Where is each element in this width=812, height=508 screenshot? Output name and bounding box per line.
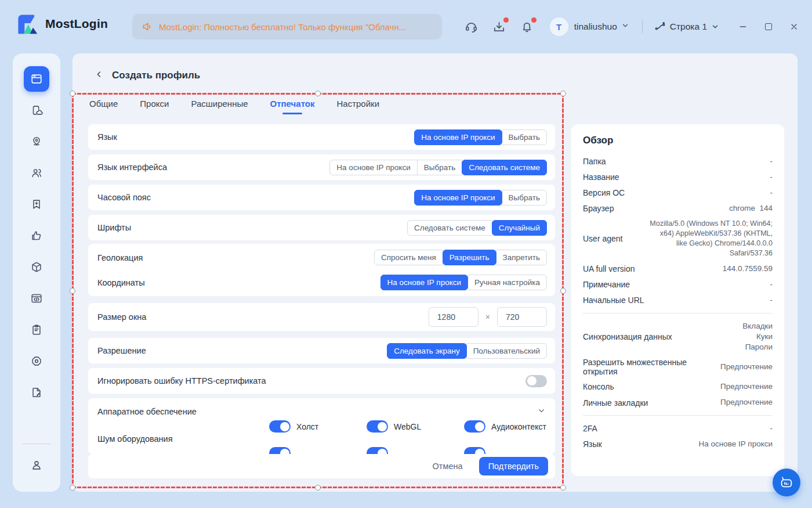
confirm-button[interactable]: Подтвердить	[479, 457, 548, 475]
flow-icon	[654, 21, 666, 33]
sidebar-item-team[interactable]	[24, 160, 49, 186]
sidebar-bottom	[13, 444, 60, 492]
toggle-label: Аудиоконтекст	[491, 422, 546, 431]
https-error-toggle[interactable]	[525, 375, 547, 387]
tab-settings[interactable]: Настройки	[335, 95, 380, 114]
overview-row-note: Примечание-	[583, 277, 773, 293]
form-row-fonts: Шрифты Следовать системе Случайный	[88, 215, 555, 240]
chevron-down-icon[interactable]	[537, 406, 546, 417]
sidebar-item-recommend[interactable]	[24, 223, 49, 248]
sidebar-item-browser-profiles[interactable]	[24, 66, 49, 92]
audio-toggle-item: Аудиоконтекст	[464, 420, 546, 433]
option-ip-based[interactable]: На основе IP прокси	[329, 160, 417, 175]
tab-advanced[interactable]: Расширенные	[190, 95, 249, 114]
sidebar-item-logs[interactable]	[24, 317, 49, 343]
sidebar-item-extensions[interactable]	[24, 254, 49, 280]
noise-label: Шум оборудования	[97, 434, 173, 444]
maximize-button[interactable]	[763, 21, 774, 32]
divider	[583, 415, 773, 416]
bell-icon[interactable]	[520, 19, 535, 34]
row-label: Геолокация	[97, 253, 143, 262]
chevron-down-icon[interactable]	[621, 21, 629, 32]
username: tinaliushuo	[574, 21, 617, 32]
option-choose[interactable]: Выбрать	[502, 190, 547, 206]
canvas-toggle[interactable]	[269, 420, 291, 433]
overview-title: Обзор	[583, 135, 773, 146]
sidebar	[13, 53, 60, 492]
overview-row-user-agent: User agentMozilla/5.0 (Windows NT 10.0; …	[583, 217, 773, 261]
row-label: Разрешение	[97, 346, 146, 355]
sidebar-item-api[interactable]	[24, 286, 49, 311]
option-deny[interactable]: Запретить	[496, 250, 547, 265]
document-edit-icon	[30, 386, 43, 399]
fonts-segmented: Следовать системе Случайный	[407, 220, 547, 236]
option-ip-based[interactable]: На основе IP прокси	[380, 275, 468, 290]
back-icon[interactable]	[95, 69, 104, 82]
window-width-input[interactable]	[429, 307, 478, 327]
announcement-banner[interactable]: MostLogin: Полностью бесплатно! Только ф…	[132, 14, 442, 39]
overview-row-start-urls: Начальные URL-	[583, 293, 773, 308]
tab-general[interactable]: Общие	[88, 95, 119, 114]
location-pin-icon	[30, 135, 43, 148]
sidebar-item-settings[interactable]	[24, 348, 49, 374]
clipped-toggle[interactable]	[269, 447, 291, 454]
download-icon[interactable]	[492, 19, 507, 34]
option-ip-based[interactable]: На основе IP прокси	[414, 190, 502, 206]
timezone-segmented: На основе IP прокси Выбрать	[414, 190, 547, 206]
option-random[interactable]: Случайный	[492, 220, 547, 236]
option-manual[interactable]: Ручная настройка	[467, 275, 547, 290]
phone-cloud-icon	[30, 104, 43, 117]
divider	[583, 313, 773, 314]
thumbs-up-icon	[30, 229, 43, 242]
mostlogin-logo-icon	[14, 12, 39, 36]
sidebar-item-bookmarks[interactable]	[24, 192, 49, 217]
close-button[interactable]	[789, 21, 799, 32]
clipped-toggle[interactable]	[464, 447, 485, 454]
window-height-input[interactable]	[497, 307, 547, 327]
audio-context-toggle[interactable]	[464, 420, 485, 433]
overview-row-bookmarks: Личные закладкиПредпочтение	[583, 395, 773, 410]
speaker-icon	[142, 21, 153, 33]
option-choose[interactable]: Выбрать	[502, 129, 547, 145]
assistant-fab[interactable]	[773, 469, 800, 496]
option-ask-me[interactable]: Спросить меня	[374, 250, 443, 265]
option-follow-system[interactable]: Следовать системе	[407, 220, 492, 236]
avatar-initial: T	[556, 22, 561, 32]
option-allow[interactable]: Разрешить	[443, 250, 496, 265]
overview-row-sync: Синхронизация данныхВкладки Куки Пароли	[583, 318, 773, 355]
page-title: Создать профиль	[112, 70, 200, 81]
window-controls	[738, 21, 799, 32]
option-custom[interactable]: Пользовательский	[466, 343, 547, 359]
form-footer: Отмена Подтвердить	[88, 454, 555, 478]
sidebar-item-phone-cloud[interactable]	[24, 98, 49, 123]
support-headset-icon[interactable]	[464, 19, 479, 34]
app-logo: MostLogin	[14, 12, 108, 36]
row-switcher[interactable]: Строка 1	[654, 21, 719, 33]
form-row-resolution: Разрешение Следовать экрану Пользователь…	[88, 338, 555, 363]
sidebar-item-drafts[interactable]	[24, 380, 49, 405]
user-avatar[interactable]: T	[550, 17, 568, 36]
tab-fingerprint[interactable]: Отпечаток	[269, 95, 316, 114]
row-label: Координаты	[97, 278, 145, 287]
option-ip-based[interactable]: На основе IP прокси	[414, 129, 502, 145]
clipboard-icon	[30, 323, 43, 336]
clipped-toggle[interactable]	[367, 447, 388, 454]
option-choose[interactable]: Выбрать	[417, 160, 462, 175]
form-row-timezone: Часовой пояс На основе IP прокси Выбрать	[88, 185, 555, 210]
chevron-down-icon	[711, 23, 719, 31]
row-switcher-label: Строка 1	[670, 21, 707, 32]
option-follow-screen[interactable]: Следовать экрану	[387, 343, 466, 359]
divider	[22, 444, 51, 444]
toggle-label: Холст	[296, 422, 318, 431]
form-row-language: Язык На основе IP прокси Выбрать	[88, 124, 555, 150]
cancel-button[interactable]: Отмена	[433, 462, 463, 471]
row-label: Язык	[97, 132, 117, 142]
minimize-button[interactable]	[738, 21, 748, 32]
form-row-geolocation-group: Геолокация Спросить меня Разрешить Запре…	[88, 244, 555, 296]
tab-proxy[interactable]: Прокси	[139, 95, 170, 114]
option-follow-system[interactable]: Следовать системе	[462, 160, 547, 175]
sidebar-item-location[interactable]	[24, 129, 49, 154]
banner-text: MostLogin: Полностью бесплатно! Только ф…	[159, 22, 406, 32]
webgl-toggle[interactable]	[367, 420, 388, 433]
sidebar-item-account[interactable]	[24, 452, 49, 478]
